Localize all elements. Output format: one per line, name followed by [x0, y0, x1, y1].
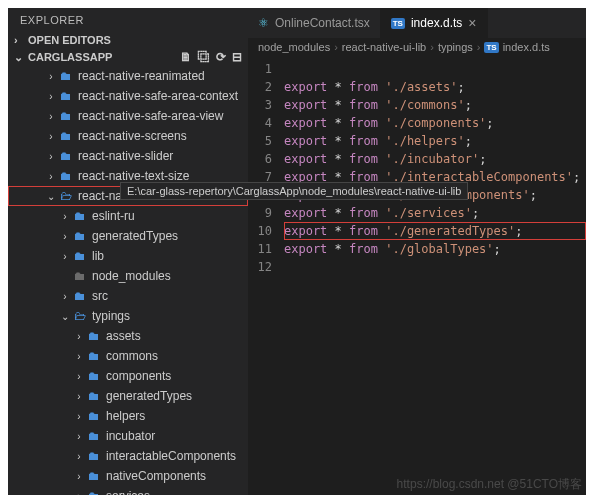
tree-item-label: generatedTypes	[106, 389, 192, 403]
breadcrumb[interactable]: node_modules›react-native-ui-lib›typings…	[248, 38, 586, 56]
folder-icon: 🖿	[58, 89, 74, 103]
code-lines[interactable]: export * from './assets';export * from '…	[284, 60, 586, 495]
file-tree[interactable]: ›🖿react-native-reanimated›🖿react-native-…	[8, 66, 248, 495]
folder-open-icon: 🗁	[72, 309, 88, 323]
tree-item-label: react-native-text-size	[78, 169, 189, 183]
tree-item-label: react-native-slider	[78, 149, 173, 163]
folder-icon: 🖿	[86, 409, 102, 423]
chevron-right-icon: ›	[477, 41, 481, 53]
tree-item[interactable]: ›🖿nativeComponents	[8, 466, 248, 486]
code-line[interactable]: export * from './globalTypes';	[284, 240, 586, 258]
code-line[interactable]	[284, 60, 586, 78]
code-line[interactable]: export * from './assets';	[284, 78, 586, 96]
tab-index-dts[interactable]: TS index.d.ts ×	[381, 8, 488, 38]
tree-item[interactable]: ›🖿commons	[8, 346, 248, 366]
folder-icon: 🖿	[86, 369, 102, 383]
close-icon[interactable]: ×	[468, 15, 476, 31]
chevron-icon: ›	[72, 411, 86, 422]
tree-item[interactable]: ›🖿incubator	[8, 426, 248, 446]
tree-item[interactable]: ⌄🗁typings	[8, 306, 248, 326]
tab-label: OnlineContact.tsx	[275, 16, 370, 30]
path-tooltip: E:\car-glass-repertory\CarglassApp\node_…	[120, 182, 468, 200]
editor-tabs: ⚛ OnlineContact.tsx TS index.d.ts ×	[248, 8, 586, 38]
chevron-icon: ›	[44, 131, 58, 142]
tree-item[interactable]: ›🖿generatedTypes	[8, 386, 248, 406]
tree-item[interactable]: ›🖿react-native-reanimated	[8, 66, 248, 86]
new-file-icon[interactable]: 🗎	[180, 50, 192, 64]
watermark: https://blog.csdn.net @51CTO博客	[397, 476, 582, 493]
tree-item[interactable]: ›🖿interactableComponents	[8, 446, 248, 466]
folder-icon: 🖿	[72, 209, 88, 223]
tree-item-label: node_modules	[92, 269, 171, 283]
chevron-icon: ⌄	[44, 191, 58, 202]
chevron-right-icon: ›	[430, 41, 434, 53]
tree-item[interactable]: ›🖿helpers	[8, 406, 248, 426]
tree-item[interactable]: ›🖿react-native-slider	[8, 146, 248, 166]
breadcrumb-segment[interactable]: react-native-ui-lib	[342, 41, 426, 53]
chevron-icon: ›	[58, 291, 72, 302]
folder-icon: 🖿	[86, 389, 102, 403]
tree-item[interactable]: ›🖿eslint-ru	[8, 206, 248, 226]
tree-item-label: react-native-screens	[78, 129, 187, 143]
vscode-window: EXPLORER › OPEN EDITORS ⌄ CARGLASSAPP 🗎 …	[8, 8, 586, 495]
tree-item-label: commons	[106, 349, 158, 363]
folder-icon: 🖿	[58, 169, 74, 183]
tree-item[interactable]: ›🖿react-native-safe-area-context	[8, 86, 248, 106]
chevron-icon: ›	[44, 171, 58, 182]
tree-item[interactable]: ›🖿services	[8, 486, 248, 495]
app-frame: EXPLORER › OPEN EDITORS ⌄ CARGLASSAPP 🗎 …	[0, 0, 594, 503]
tree-item[interactable]: 🖿node_modules	[8, 266, 248, 286]
chevron-icon: ›	[44, 71, 58, 82]
tree-item-label: assets	[106, 329, 141, 343]
tree-item[interactable]: ›🖿generatedTypes	[8, 226, 248, 246]
tree-item-label: react-native-safe-area-view	[78, 109, 223, 123]
chevron-icon: ›	[72, 431, 86, 442]
tab-onlinecontact[interactable]: ⚛ OnlineContact.tsx	[248, 8, 381, 38]
chevron-icon: ›	[44, 111, 58, 122]
code-line[interactable]: export * from './services';	[284, 204, 586, 222]
refresh-icon[interactable]: ⟳	[216, 50, 226, 64]
folder-icon: 🖿	[86, 469, 102, 483]
collapse-all-icon[interactable]: ⊟	[232, 50, 242, 64]
tree-item[interactable]: ›🖿src	[8, 286, 248, 306]
tree-item-label: react-native-safe-area-context	[78, 89, 238, 103]
tree-item-label: components	[106, 369, 171, 383]
tree-item-label: services	[106, 489, 150, 495]
code-line[interactable]: export * from './components';	[284, 114, 586, 132]
tree-item[interactable]: ›🖿react-native-safe-area-view	[8, 106, 248, 126]
new-folder-icon[interactable]: ⿻	[198, 50, 210, 64]
ts-icon: TS	[484, 42, 498, 53]
tree-item-label: interactableComponents	[106, 449, 236, 463]
ts-icon: TS	[391, 18, 405, 29]
folder-icon: 🖿	[58, 129, 74, 143]
folder-icon: 🖿	[72, 269, 88, 283]
breadcrumb-segment[interactable]: node_modules	[258, 41, 330, 53]
chevron-right-icon: ›	[14, 34, 24, 46]
code-editor[interactable]: 123456789101112 export * from './assets'…	[248, 56, 586, 495]
code-line[interactable]: export * from './incubator';	[284, 150, 586, 168]
tree-item[interactable]: ›🖿react-native-screens	[8, 126, 248, 146]
chevron-right-icon: ›	[334, 41, 338, 53]
project-section[interactable]: ⌄ CARGLASSAPP 🗎 ⿻ ⟳ ⊟	[8, 48, 248, 66]
code-line[interactable]: export * from './helpers';	[284, 132, 586, 150]
explorer-sidebar: EXPLORER › OPEN EDITORS ⌄ CARGLASSAPP 🗎 …	[8, 8, 248, 495]
tree-item[interactable]: ›🖿assets	[8, 326, 248, 346]
tree-item-label: typings	[92, 309, 130, 323]
code-line[interactable]: export * from './commons';	[284, 96, 586, 114]
open-editors-section[interactable]: › OPEN EDITORS	[8, 32, 248, 48]
code-line[interactable]: export * from './generatedTypes';	[284, 222, 586, 240]
folder-icon: 🖿	[72, 249, 88, 263]
explorer-title: EXPLORER	[8, 8, 248, 32]
chevron-icon: ›	[58, 211, 72, 222]
folder-icon: 🖿	[58, 109, 74, 123]
breadcrumb-segment[interactable]: typings	[438, 41, 473, 53]
explorer-actions: 🗎 ⿻ ⟳ ⊟	[180, 50, 242, 64]
tree-item[interactable]: ›🖿lib	[8, 246, 248, 266]
folder-icon: 🖿	[86, 449, 102, 463]
chevron-icon: ›	[44, 91, 58, 102]
folder-icon: 🖿	[86, 489, 102, 495]
tree-item-label: lib	[92, 249, 104, 263]
folder-icon: 🖿	[72, 289, 88, 303]
code-line[interactable]	[284, 258, 586, 276]
tree-item[interactable]: ›🖿components	[8, 366, 248, 386]
